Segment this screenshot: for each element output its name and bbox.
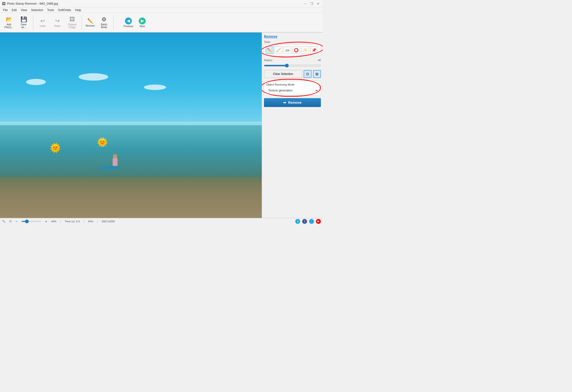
zoom-in-button[interactable]: + [45,219,47,223]
minimize-button[interactable]: ─ [303,1,308,6]
previous-label: Previous [124,25,133,28]
menu-edit[interactable]: Edit [10,8,19,12]
previous-nav[interactable]: ◀ Previous [122,14,135,31]
final-remove-button[interactable]: ➡ Remove [264,98,321,107]
main-area: 🌞 🌞 Remove Tools ✏️ 🧹 ▭ ⭕ ✨ 📌 Radius 40 [0,33,323,218]
batch-mode-label: BatchMode [101,23,107,29]
toolbar-separator-3 [113,15,114,30]
remove-arrow-icon: ➡ [283,101,286,105]
zoom-out-button[interactable]: − [16,219,17,223]
cloud-3 [144,85,166,90]
menu-help[interactable]: Help [73,8,83,12]
facebook-icon[interactable]: f [302,219,307,224]
menu-softorbits[interactable]: SoftOrbits [56,8,73,12]
radius-row: Radius 40 [264,59,321,63]
batch-mode-button[interactable]: ⚙ BatchMode [97,14,111,31]
panel-title: Remove [264,35,321,38]
close-button[interactable]: ✕ [315,1,321,6]
redo-label: Redo [54,25,60,27]
radius-slider[interactable] [264,65,321,66]
social-icons: ℹ f 🐦 ▶ [295,219,321,224]
app-title: Photo Stamp Remover - IMG_0486.jpg [7,2,303,5]
remove-label: Remove [86,24,95,27]
person-body [113,158,118,166]
select-icon-btn-2[interactable]: ⊞ [313,70,321,78]
statusbar: 🔍 ⊡ − + 44% Time (s): 0.4 44% 2667x2000 … [0,218,323,224]
remove-button-label: Remove [288,101,301,105]
mode-select[interactable]: Texture generation Content-aware fill Cl… [266,88,319,93]
mode-select-row: Texture generation Content-aware fill Cl… [266,88,319,93]
toolbar-separator-2 [82,15,82,30]
undo-button[interactable]: ↩ Undo [36,14,50,31]
info-icon[interactable]: ℹ [295,219,300,224]
app-icon: 🖼 [2,2,5,6]
radius-value: 40 [318,59,321,62]
save-icon: 💾 [20,16,27,23]
canvas-area[interactable]: 🌞 🌞 [0,33,262,218]
zoom-slider[interactable] [21,221,41,222]
zoom-percent: 44% [51,220,56,223]
menu-selection[interactable]: Selection [29,8,45,12]
menu-tools[interactable]: Tools [45,8,56,12]
toolbar-separator-1 [33,15,33,30]
time-display: Time (s): 0.4 [65,220,80,223]
radius-label: Radius [264,59,272,62]
original-image-button[interactable]: 🖼 OriginalImage [65,14,79,31]
undo-icon: ↩ [40,18,45,24]
clear-selection-button[interactable]: Clear Selection [264,70,302,78]
brush-tool[interactable]: ✏️ [266,46,274,54]
previous-icon: ◀ [125,18,132,24]
original-image-label: OriginalImage [68,23,76,29]
radius-slider-container [264,64,321,67]
restore-button[interactable]: ❐ [309,1,314,6]
status-separator-3 [97,219,98,223]
remove-button[interactable]: ✏️ Remove [84,14,96,31]
eraser-tool[interactable]: 🧹 [275,46,282,54]
magic-wand-tool[interactable]: ✨ [301,46,309,54]
menubar: File Edit View Selection Tools SoftOrbit… [0,7,323,13]
add-files-icon: 📂 [6,16,12,23]
zoom-display-2: 44% [88,220,93,223]
redo-button[interactable]: ↪ Redo [51,14,64,31]
status-separator-2 [84,219,84,223]
person-on-board [113,154,118,166]
window-controls: ─ ❐ ✕ [303,1,321,6]
remove-tool-icon: ✏️ [87,18,93,24]
twitter-icon[interactable]: 🐦 [309,219,314,224]
sea [0,125,262,185]
mode-section: Object Removing Mode Texture generation … [264,81,321,96]
toolbar: 📂 AddFile(s)... 💾 Saveas... ↩ Undo ↪ Red… [0,13,323,33]
next-icon: ▶ [139,18,146,24]
tools-label: Tools [264,40,321,43]
beach-scene: 🌞 🌞 [0,33,262,218]
save-as-button[interactable]: 💾 Saveas... [17,14,31,31]
select-icon-btn-1[interactable]: ⊡ [304,70,312,78]
tools-row: ✏️ 🧹 ▭ ⭕ ✨ 📌 [264,44,321,56]
undo-label: Undo [40,25,46,27]
right-panel: Remove Tools ✏️ 🧹 ▭ ⭕ ✨ 📌 Radius 40 Clea [262,33,323,218]
image-dimensions: 2667x2000 [102,220,115,223]
status-separator-1 [60,219,61,223]
menu-view[interactable]: View [19,8,29,12]
select-mode-icon: ⊡ [9,220,12,223]
sun-sticker-1: 🌞 [50,143,61,153]
batch-mode-icon: ⚙ [102,16,106,23]
sun-sticker-2: 🌞 [97,137,108,147]
redo-icon: ↪ [55,18,60,24]
next-nav[interactable]: ▶ Next [136,14,149,31]
add-files-button[interactable]: 📂 AddFile(s)... [2,14,16,31]
stamp-tool[interactable]: 📌 [310,46,318,54]
save-as-label: Saveas... [21,23,27,29]
mode-section-label: Object Removing Mode [266,83,319,86]
clear-selection-row: Clear Selection ⊡ ⊞ [264,70,321,78]
cloud-1 [26,79,46,85]
lasso-tool[interactable]: ⭕ [292,46,300,54]
titlebar: 🖼 Photo Stamp Remover - IMG_0486.jpg ─ ❐… [0,0,323,7]
original-image-icon: 🖼 [69,16,75,23]
next-label: Next [140,25,145,28]
youtube-icon[interactable]: ▶ [316,219,321,224]
add-files-label: AddFile(s)... [4,23,13,29]
menu-file[interactable]: File [1,8,10,12]
sandy-bottom [0,177,262,218]
rect-select-tool[interactable]: ▭ [283,46,291,54]
